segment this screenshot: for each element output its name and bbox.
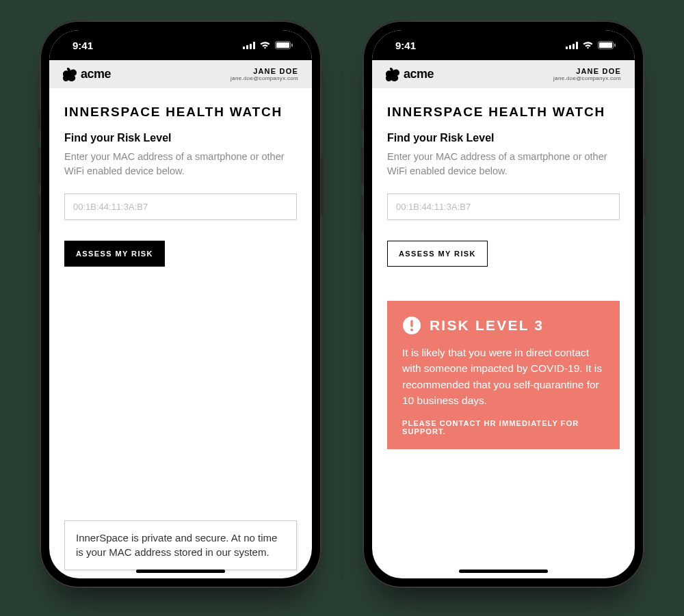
svg-rect-5 xyxy=(276,42,289,48)
user-name: JANE DOE xyxy=(231,67,298,75)
risk-body-text: It is likely that you were in direct con… xyxy=(402,345,605,408)
cellular-icon xyxy=(243,42,255,49)
assess-risk-button[interactable]: ASSESS MY RISK xyxy=(387,241,488,267)
phone-notch xyxy=(116,30,246,49)
assess-risk-button[interactable]: ASSESS MY RISK xyxy=(64,241,165,267)
subheading: Find your Risk Level xyxy=(64,132,297,144)
svg-rect-1 xyxy=(246,45,248,49)
svg-rect-8 xyxy=(569,45,571,49)
acme-logo-icon xyxy=(386,68,399,81)
svg-rect-6 xyxy=(291,44,293,47)
alert-icon xyxy=(402,316,421,335)
brand-name: acme xyxy=(404,67,434,81)
phone-frame: 9:41 acme JANE DOE jane.doe@companyx.com xyxy=(363,21,644,588)
home-indicator[interactable] xyxy=(459,570,548,573)
privacy-notice-text: InnerSpace is private and secure. At no … xyxy=(76,532,277,559)
risk-level-title: RISK LEVEL 3 xyxy=(430,317,544,334)
mac-address-input[interactable] xyxy=(64,193,297,220)
wifi-icon xyxy=(259,41,271,49)
status-time: 9:41 xyxy=(395,40,416,51)
home-indicator[interactable] xyxy=(136,570,225,573)
svg-point-16 xyxy=(410,329,413,332)
phone-notch xyxy=(438,30,568,49)
page-title: INNERSPACE HEALTH WATCH xyxy=(387,105,620,120)
user-info: JANE DOE jane.doe@companyx.com xyxy=(231,67,298,81)
app-header: acme JANE DOE jane.doe@companyx.com xyxy=(49,60,312,88)
brand-name: acme xyxy=(81,67,111,81)
instructions-text: Enter your MAC address of a smartphone o… xyxy=(64,150,297,178)
user-email: jane.doe@companyx.com xyxy=(553,75,621,81)
privacy-notice-card: InnerSpace is private and secure. At no … xyxy=(64,520,297,571)
svg-rect-10 xyxy=(576,42,578,49)
user-email: jane.doe@companyx.com xyxy=(231,75,298,81)
cellular-icon xyxy=(566,42,578,49)
brand-logo: acme xyxy=(386,67,434,81)
svg-rect-13 xyxy=(614,44,616,47)
acme-logo-icon xyxy=(63,68,77,81)
subheading: Find your Risk Level xyxy=(387,132,620,144)
svg-rect-15 xyxy=(410,320,412,327)
user-info: JANE DOE jane.doe@companyx.com xyxy=(553,67,621,81)
page-title: INNERSPACE HEALTH WATCH xyxy=(64,105,297,120)
brand-logo: acme xyxy=(63,67,111,81)
user-name: JANE DOE xyxy=(553,67,621,75)
risk-contact-text: PLEASE CONTACT HR IMMEDIATELY FOR SUPPOR… xyxy=(402,419,605,436)
svg-rect-12 xyxy=(599,42,612,48)
phone-frame: 9:41 acme JANE DOE jane.doe@companyx.com xyxy=(40,21,321,588)
svg-rect-7 xyxy=(566,46,568,49)
svg-rect-3 xyxy=(253,42,255,49)
risk-result-panel: RISK LEVEL 3 It is likely that you were … xyxy=(387,301,620,449)
svg-rect-2 xyxy=(250,44,252,49)
battery-icon xyxy=(598,41,616,49)
mac-address-input[interactable] xyxy=(387,193,620,220)
instructions-text: Enter your MAC address of a smartphone o… xyxy=(387,150,620,178)
battery-icon xyxy=(275,41,293,49)
app-header: acme JANE DOE jane.doe@companyx.com xyxy=(372,60,635,88)
status-time: 9:41 xyxy=(73,40,93,51)
svg-rect-0 xyxy=(243,46,245,49)
svg-rect-9 xyxy=(573,44,575,49)
wifi-icon xyxy=(582,41,594,49)
